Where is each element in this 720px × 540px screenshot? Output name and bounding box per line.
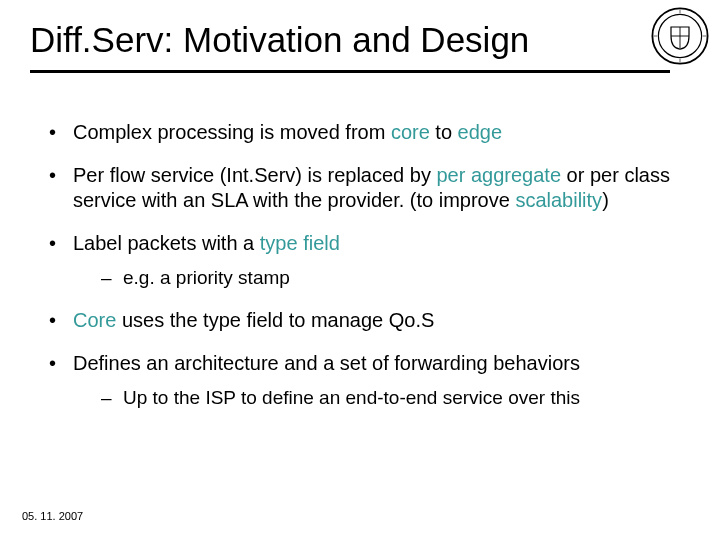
footer-date: 05. 11. 2007 xyxy=(22,510,83,522)
text: Complex processing is moved from xyxy=(73,121,391,143)
slide-body: Complex processing is moved from core to… xyxy=(45,120,685,428)
title-underline xyxy=(30,70,670,73)
bullet-4: Core uses the type field to manage Qo.S xyxy=(45,308,685,333)
highlight: per aggregate xyxy=(436,164,561,186)
highlight: scalability xyxy=(515,189,602,211)
bullet-5: Defines an architecture and a set of for… xyxy=(45,351,685,410)
text: uses the type field to manage Qo.S xyxy=(116,309,434,331)
text: Label packets with a xyxy=(73,232,260,254)
bullet-2: Per flow service (Int.Serv) is replaced … xyxy=(45,163,685,213)
bullet-3: Label packets with a type field e.g. a p… xyxy=(45,231,685,290)
highlight: type field xyxy=(260,232,340,254)
title-block: Diff.Serv: Motivation and Design xyxy=(30,20,670,73)
text: Defines an architecture and a set of for… xyxy=(73,352,580,374)
text: ) xyxy=(602,189,609,211)
slide-title: Diff.Serv: Motivation and Design xyxy=(30,20,670,66)
text: to xyxy=(430,121,458,143)
sub-bullet: e.g. a priority stamp xyxy=(101,266,685,290)
highlight: core xyxy=(391,121,430,143)
highlight: edge xyxy=(458,121,503,143)
sub-bullet: Up to the ISP to define an end-to-end se… xyxy=(101,386,685,410)
text: Per flow service (Int.Serv) is replaced … xyxy=(73,164,436,186)
highlight: Core xyxy=(73,309,116,331)
bullet-1: Complex processing is moved from core to… xyxy=(45,120,685,145)
slide: Diff.Serv: Motivation and Design Complex… xyxy=(0,0,720,540)
